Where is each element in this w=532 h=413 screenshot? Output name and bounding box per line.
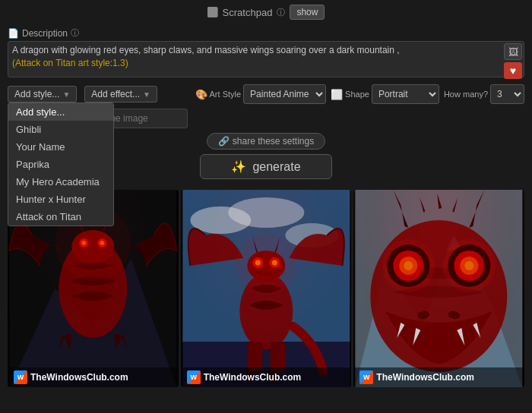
top-bar: Scratchpad ⓘ show	[0, 0, 532, 24]
watermark-logo-3: W	[359, 370, 373, 384]
scratchpad-info-icon[interactable]: ⓘ	[277, 7, 285, 18]
image-upload-button[interactable]: 🖼	[504, 43, 522, 60]
scratchpad-label: Scratchpad	[223, 7, 273, 18]
shape-icon: ⬜	[331, 89, 343, 100]
description-info-icon[interactable]: ⓘ	[71, 27, 79, 39]
art-style-label: Art Style	[210, 90, 242, 99]
watermark-logo-2: W	[187, 370, 201, 384]
share-settings-button[interactable]: 🔗 share these settings	[207, 133, 325, 150]
scratchpad-section: Scratchpad ⓘ show	[207, 5, 325, 20]
art-style-icon: 🎨	[195, 89, 207, 100]
style-item-paprika[interactable]: Paprika	[8, 156, 113, 173]
how-many-select[interactable]: 1 2 3 4	[490, 84, 524, 104]
shape-label: Shape	[345, 90, 369, 99]
effect-dropdown-arrow: ▼	[143, 90, 150, 99]
share-icon: 🔗	[218, 136, 230, 147]
add-style-button[interactable]: Add style... ▼	[8, 86, 77, 102]
how-many-label: How many?	[444, 90, 488, 99]
how-many-control: How many? 1 2 3 4	[444, 84, 524, 104]
watermark-logo-1: W	[14, 370, 27, 384]
svg-point-38	[443, 239, 496, 292]
style-item-add-style[interactable]: Add style...	[8, 103, 113, 121]
dragon-image-2: W TheWindowsClub.com	[181, 190, 352, 387]
watermark-text-3: TheWindowsClub.com	[376, 372, 474, 383]
watermark-text-1: TheWindowsClub.com	[30, 372, 128, 383]
watermark-text-2: TheWindowsClub.com	[204, 372, 302, 383]
dragon-svg-3	[353, 190, 524, 387]
style-dropdown-menu: Add style... Ghibli Your Name Paprika My…	[8, 102, 114, 226]
sparkle-icon: ✨	[231, 159, 246, 174]
dragon-image-3: W TheWindowsClub.com	[353, 190, 524, 387]
description-wrapper: A dragon with glowing red eyes, sharp cl…	[8, 41, 524, 80]
shape-control: ⬜ Shape Portrait Landscape Square	[331, 84, 439, 104]
svg-point-22	[236, 234, 296, 295]
main-content: 📄 Description ⓘ A dragon with glowing re…	[0, 24, 532, 184]
style-item-hunter[interactable]: Hunter x Hunter	[8, 191, 113, 208]
description-label: 📄 Description ⓘ	[8, 27, 524, 39]
style-item-your-name[interactable]: Your Name	[8, 138, 113, 156]
style-item-aot[interactable]: Attack on Titan	[8, 208, 113, 225]
add-effect-button[interactable]: Add effect... ▼	[84, 86, 157, 102]
style-row: Add style... ▼ Add style... Ghibli Your …	[8, 84, 524, 104]
dragon-svg-2	[181, 190, 352, 387]
watermark-3: W TheWindowsClub.com	[353, 367, 524, 387]
add-style-label: Add style...	[14, 89, 59, 99]
add-effect-label: Add effect...	[91, 89, 140, 99]
scratchpad-icon	[207, 7, 218, 17]
watermark-1: W TheWindowsClub.com	[8, 367, 179, 387]
shape-select[interactable]: Portrait Landscape Square	[372, 84, 439, 104]
svg-point-13	[228, 197, 304, 228]
remove-icon: ♥	[510, 65, 516, 77]
remove-button[interactable]: ♥	[504, 62, 522, 79]
show-button[interactable]: show	[290, 5, 325, 20]
share-label: share these settings	[233, 136, 314, 147]
image-icon: 🖼	[508, 46, 518, 58]
watermark-2: W TheWindowsClub.com	[181, 367, 352, 387]
style-dropdown-container: Add style... ▼ Add style... Ghibli Your …	[8, 86, 77, 102]
description-doc-icon: 📄	[8, 28, 19, 39]
art-style-control: 🎨 Art Style Painted Anime Realistic Anim…	[195, 84, 327, 104]
art-style-select[interactable]: Painted Anime Realistic Anime Digital Ar…	[243, 84, 326, 104]
style-item-my-hero[interactable]: My Hero Academia	[8, 173, 113, 191]
svg-point-37	[382, 239, 435, 292]
style-dropdown-arrow: ▼	[62, 90, 70, 99]
style-item-ghibli[interactable]: Ghibli	[8, 121, 113, 138]
generate-button[interactable]: ✨ generate	[200, 154, 331, 179]
description-text: Description	[22, 28, 68, 39]
generate-label: generate	[252, 160, 300, 174]
description-textarea[interactable]	[8, 41, 524, 77]
